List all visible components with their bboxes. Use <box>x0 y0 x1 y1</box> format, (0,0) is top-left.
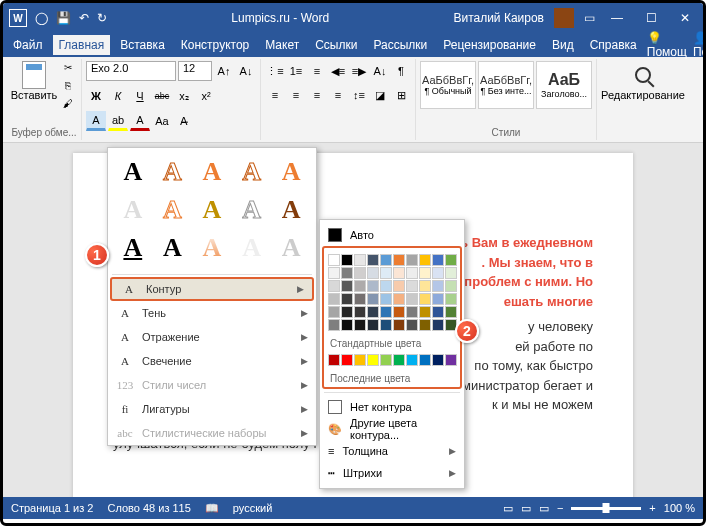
fx-preset[interactable]: A <box>154 230 192 266</box>
color-swatch[interactable] <box>445 293 457 305</box>
color-swatch[interactable] <box>432 267 444 279</box>
format-painter-icon[interactable]: 🖌 <box>59 97 77 113</box>
zoom-out-button[interactable]: − <box>557 502 563 514</box>
copy-icon[interactable]: ⎘ <box>59 79 77 95</box>
save-icon[interactable]: 💾 <box>56 11 71 25</box>
color-swatch[interactable] <box>445 354 457 366</box>
color-swatch[interactable] <box>367 306 379 318</box>
color-swatch[interactable] <box>393 254 405 266</box>
color-swatch[interactable] <box>341 280 353 292</box>
color-swatch[interactable] <box>328 354 340 366</box>
color-swatch[interactable] <box>432 319 444 331</box>
color-swatch[interactable] <box>341 354 353 366</box>
tab-home[interactable]: Главная <box>53 35 111 55</box>
word-count[interactable]: Слово 48 из 115 <box>107 502 190 514</box>
web-layout-icon[interactable]: ▭ <box>539 502 549 515</box>
line-spacing-icon[interactable]: ↕≡ <box>349 85 369 105</box>
user-name[interactable]: Виталий Каиров <box>453 11 544 25</box>
more-colors[interactable]: 🎨 Другие цвета контура... <box>324 418 460 440</box>
page-indicator[interactable]: Страница 1 из 2 <box>11 502 93 514</box>
color-swatch[interactable] <box>380 254 392 266</box>
color-swatch[interactable] <box>406 354 418 366</box>
font-name-select[interactable]: Exo 2.0 <box>86 61 176 81</box>
zoom-level[interactable]: 100 % <box>664 502 695 514</box>
color-swatch[interactable] <box>341 254 353 266</box>
no-outline[interactable]: Нет контура <box>324 396 460 418</box>
font-size-select[interactable]: 12 <box>178 61 212 81</box>
clear-format-icon[interactable]: A̶ <box>174 111 194 131</box>
color-swatch[interactable] <box>393 319 405 331</box>
zoom-slider[interactable] <box>571 507 641 510</box>
tab-design[interactable]: Конструктор <box>175 35 255 55</box>
color-swatch[interactable] <box>367 267 379 279</box>
fx-preset[interactable]: A <box>193 192 231 228</box>
fx-glow[interactable]: A Свечение ▶ <box>108 349 316 373</box>
fx-preset[interactable]: A <box>114 192 152 228</box>
color-swatch[interactable] <box>328 254 340 266</box>
color-swatch[interactable] <box>328 293 340 305</box>
fx-ligatures[interactable]: fi Лигатуры ▶ <box>108 397 316 421</box>
color-swatch[interactable] <box>406 306 418 318</box>
cut-icon[interactable]: ✂ <box>59 61 77 77</box>
color-swatch[interactable] <box>393 280 405 292</box>
color-swatch[interactable] <box>432 280 444 292</box>
color-swatch[interactable] <box>445 280 457 292</box>
tab-file[interactable]: Файл <box>7 35 49 55</box>
spellcheck-icon[interactable]: 📖 <box>205 502 219 515</box>
color-swatch[interactable] <box>354 254 366 266</box>
fx-preset[interactable]: A <box>272 230 310 266</box>
color-swatch[interactable] <box>354 280 366 292</box>
color-swatch[interactable] <box>406 293 418 305</box>
sort-icon[interactable]: A↓ <box>370 61 390 81</box>
tab-review[interactable]: Рецензирование <box>437 35 542 55</box>
color-swatch[interactable] <box>354 267 366 279</box>
tab-insert[interactable]: Вставка <box>114 35 171 55</box>
color-swatch[interactable] <box>328 280 340 292</box>
color-swatch[interactable] <box>367 293 379 305</box>
color-swatch[interactable] <box>367 280 379 292</box>
tab-layout[interactable]: Макет <box>259 35 305 55</box>
subscript-button[interactable]: x₂ <box>174 86 194 106</box>
grow-font-icon[interactable]: A↑ <box>214 61 234 81</box>
color-swatch[interactable] <box>393 267 405 279</box>
color-swatch[interactable] <box>419 254 431 266</box>
style-heading[interactable]: АаБ Заголово... <box>536 61 592 109</box>
color-swatch[interactable] <box>406 280 418 292</box>
font-color-button[interactable]: A <box>130 111 150 131</box>
align-center-icon[interactable]: ≡ <box>286 85 306 105</box>
color-swatch[interactable] <box>393 354 405 366</box>
read-mode-icon[interactable]: ▭ <box>503 502 513 515</box>
zoom-in-button[interactable]: + <box>649 502 655 514</box>
change-case-button[interactable]: Aa <box>152 111 172 131</box>
fx-preset[interactable]: A <box>193 230 231 266</box>
bullets-icon[interactable]: ⋮≡ <box>265 61 285 81</box>
color-swatch[interactable] <box>380 319 392 331</box>
fx-preset[interactable]: A <box>154 154 192 190</box>
autosave-toggle[interactable]: ◯ <box>35 11 48 25</box>
maximize-button[interactable]: ☐ <box>639 11 663 25</box>
fx-preset[interactable]: A <box>233 154 271 190</box>
style-normal[interactable]: АаБбВвГг, ¶ Обычный <box>420 61 476 109</box>
color-swatch[interactable] <box>328 319 340 331</box>
color-swatch[interactable] <box>419 267 431 279</box>
style-nospacing[interactable]: АаБбВвГг, ¶ Без инте... <box>478 61 534 109</box>
color-swatch[interactable] <box>406 319 418 331</box>
color-swatch[interactable] <box>380 306 392 318</box>
tell-me[interactable]: 💡 Помощ <box>647 31 687 59</box>
color-swatch[interactable] <box>419 319 431 331</box>
text-effects-button[interactable]: A <box>86 111 106 131</box>
color-swatch[interactable] <box>354 319 366 331</box>
color-swatch[interactable] <box>380 293 392 305</box>
ribbon-options-icon[interactable]: ▭ <box>584 11 595 25</box>
color-swatch[interactable] <box>432 293 444 305</box>
outline-dashes[interactable]: ┅ Штрихи ▶ <box>324 462 460 484</box>
editing-button[interactable]: Редактирование <box>601 61 685 101</box>
color-swatch[interactable] <box>354 293 366 305</box>
shading-icon[interactable]: ◪ <box>370 85 390 105</box>
bold-button[interactable]: Ж <box>86 86 106 106</box>
color-swatch[interactable] <box>406 267 418 279</box>
outline-weight[interactable]: ≡ Толщина ▶ <box>324 440 460 462</box>
fx-preset[interactable]: A <box>233 230 271 266</box>
color-swatch[interactable] <box>419 354 431 366</box>
color-swatch[interactable] <box>354 306 366 318</box>
